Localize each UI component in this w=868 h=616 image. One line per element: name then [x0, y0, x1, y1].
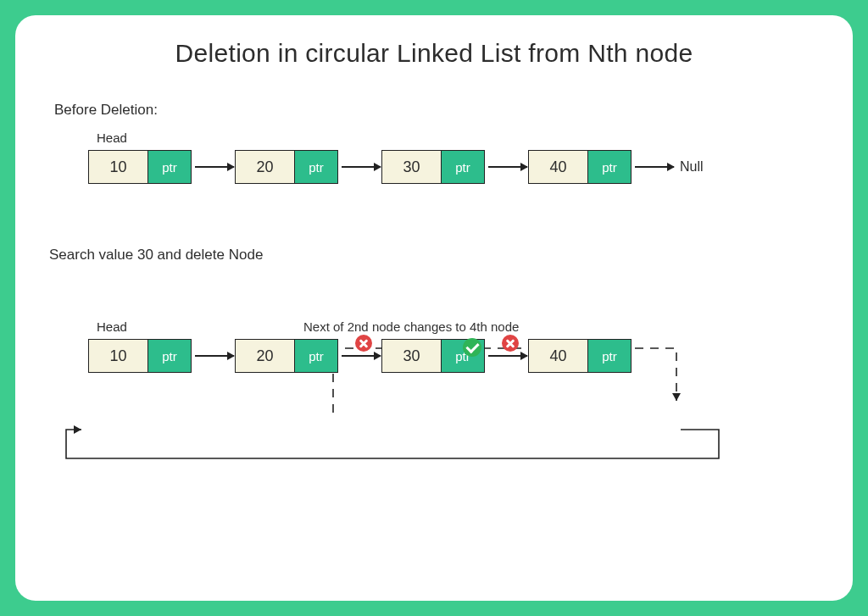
node-ptr: ptr [148, 151, 191, 183]
null-label: Null [680, 159, 704, 175]
bypass-arc [49, 319, 812, 438]
search-delete-label: Search value 30 and delete Node [49, 247, 819, 264]
list-node: 10 ptr [88, 339, 192, 373]
list-node: 40 ptr [528, 150, 632, 184]
node-value: 40 [529, 151, 588, 183]
arrow-icon [342, 355, 381, 357]
node-value: 30 [382, 151, 442, 183]
node-value: 30 [382, 340, 442, 372]
arrow-icon [488, 355, 527, 357]
arrow-icon [195, 355, 234, 357]
arrow-icon [342, 166, 381, 168]
node-value: 10 [89, 151, 148, 183]
cross-icon [355, 335, 372, 352]
node-ptr: ptr [442, 151, 484, 183]
circular-return-arrow [49, 423, 812, 482]
cross-icon [502, 335, 519, 352]
head-label-1: Head [97, 130, 819, 145]
list-node: 30 ptr [381, 150, 485, 184]
node-value: 40 [529, 340, 588, 372]
node-ptr: ptr [588, 340, 631, 372]
linked-list-after: 10 ptr 20 ptr 30 ptr 40 ptr [88, 339, 819, 373]
before-deletion-label: Before Deletion: [54, 102, 819, 119]
diagram-card: Deletion in circular Linked List from Nt… [15, 15, 853, 601]
arrow-icon [195, 166, 234, 168]
list-node: 20 ptr [235, 150, 338, 184]
node-ptr: ptr [295, 151, 337, 183]
list-node: 40 ptr [528, 339, 632, 373]
node-value: 10 [89, 340, 148, 372]
diagram-title: Deletion in circular Linked List from Nt… [49, 39, 819, 68]
node-ptr: ptr [148, 340, 191, 372]
node-value: 20 [236, 151, 295, 183]
after-deletion-wrap: Next of 2nd node changes to 4th node Hea… [49, 319, 819, 373]
linked-list-before: 10 ptr 20 ptr 30 ptr 40 ptr Null [88, 150, 819, 184]
list-node: 20 ptr [235, 339, 338, 373]
arrow-icon [488, 166, 527, 168]
arrow-icon [635, 166, 674, 168]
check-icon [463, 338, 481, 357]
node-value: 20 [236, 340, 295, 372]
node-ptr: ptr [588, 151, 631, 183]
list-node: 10 ptr [88, 150, 192, 184]
node-ptr: ptr [295, 340, 337, 372]
